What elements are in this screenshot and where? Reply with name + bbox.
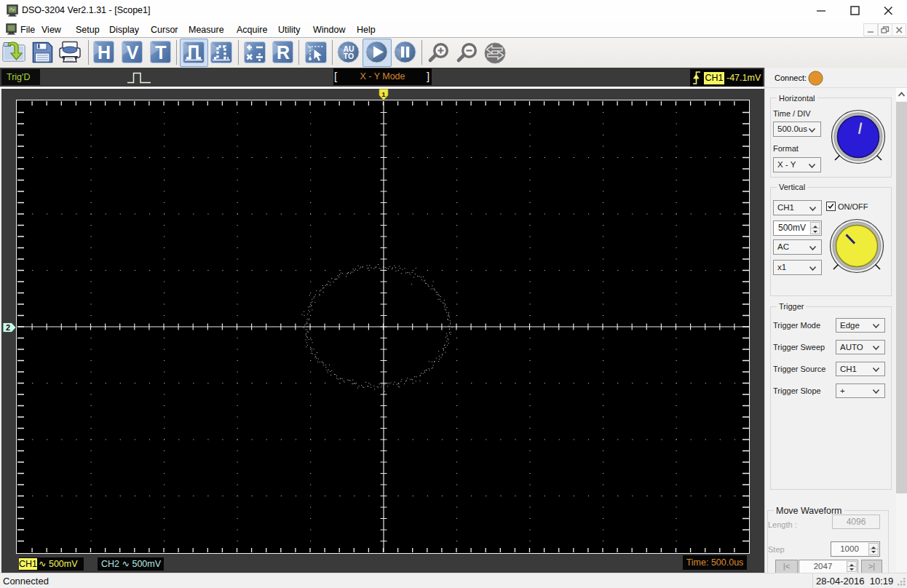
svg-text:V: V <box>127 42 139 63</box>
svg-text:H: H <box>98 42 111 63</box>
svg-text:R: R <box>276 42 289 63</box>
svg-text:1: 1 <box>381 90 386 98</box>
svg-text:TO: TO <box>344 52 354 60</box>
svg-text:2: 2 <box>6 323 10 332</box>
svg-text:T: T <box>155 42 166 63</box>
